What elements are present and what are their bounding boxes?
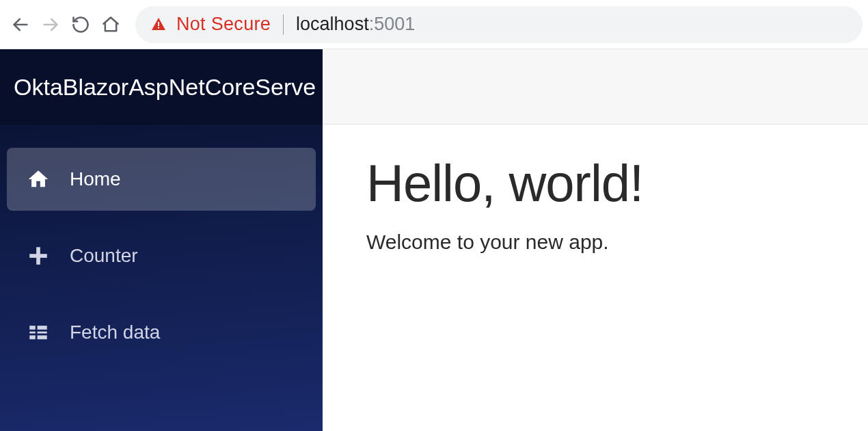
page-subtext: Welcome to your new app. bbox=[366, 231, 824, 254]
home-button[interactable] bbox=[96, 10, 126, 40]
top-bar bbox=[323, 49, 868, 125]
svg-rect-11 bbox=[38, 335, 47, 339]
sidebar-item-home[interactable]: Home bbox=[7, 148, 316, 211]
forward-button[interactable] bbox=[36, 10, 66, 40]
reload-button[interactable] bbox=[66, 10, 96, 40]
svg-rect-9 bbox=[38, 332, 47, 334]
sidebar: OktaBlazorAspNetCoreServe Home Counter bbox=[0, 49, 323, 431]
back-button[interactable] bbox=[5, 10, 36, 40]
home-outline-icon bbox=[101, 15, 120, 34]
svg-rect-10 bbox=[29, 335, 36, 339]
url-port: :5001 bbox=[369, 14, 416, 35]
warning-triangle-icon bbox=[150, 16, 167, 33]
svg-rect-3 bbox=[158, 27, 159, 28]
home-icon bbox=[26, 167, 51, 192]
brand-title[interactable]: OktaBlazorAspNetCoreServe bbox=[0, 49, 323, 125]
url-host: localhost bbox=[296, 14, 369, 35]
arrow-right-icon bbox=[41, 15, 60, 34]
svg-rect-8 bbox=[29, 332, 36, 334]
list-icon bbox=[26, 320, 51, 345]
sidebar-item-counter[interactable]: Counter bbox=[7, 224, 316, 287]
svg-rect-2 bbox=[158, 22, 159, 26]
app-container: OktaBlazorAspNetCoreServe Home Counter bbox=[0, 49, 868, 431]
main-content: Hello, world! Welcome to your new app. bbox=[323, 125, 868, 283]
svg-rect-7 bbox=[38, 326, 47, 330]
sidebar-item-label: Counter bbox=[70, 245, 138, 267]
svg-rect-5 bbox=[29, 254, 47, 258]
sidebar-nav: Home Counter Fetch data bbox=[0, 125, 323, 378]
page-heading: Hello, world! bbox=[366, 153, 824, 213]
arrow-left-icon bbox=[11, 15, 30, 34]
reload-icon bbox=[71, 15, 90, 34]
address-divider bbox=[283, 14, 284, 35]
security-status: Not Secure bbox=[176, 14, 271, 35]
sidebar-item-label: Fetch data bbox=[70, 322, 160, 343]
browser-toolbar: Not Secure localhost:5001 bbox=[0, 0, 868, 49]
svg-rect-6 bbox=[29, 326, 36, 330]
sidebar-item-fetch-data[interactable]: Fetch data bbox=[7, 301, 316, 364]
plus-icon bbox=[26, 244, 51, 268]
sidebar-item-label: Home bbox=[70, 168, 121, 190]
address-bar[interactable]: Not Secure localhost:5001 bbox=[135, 6, 863, 43]
content-area: Hello, world! Welcome to your new app. bbox=[323, 49, 868, 431]
